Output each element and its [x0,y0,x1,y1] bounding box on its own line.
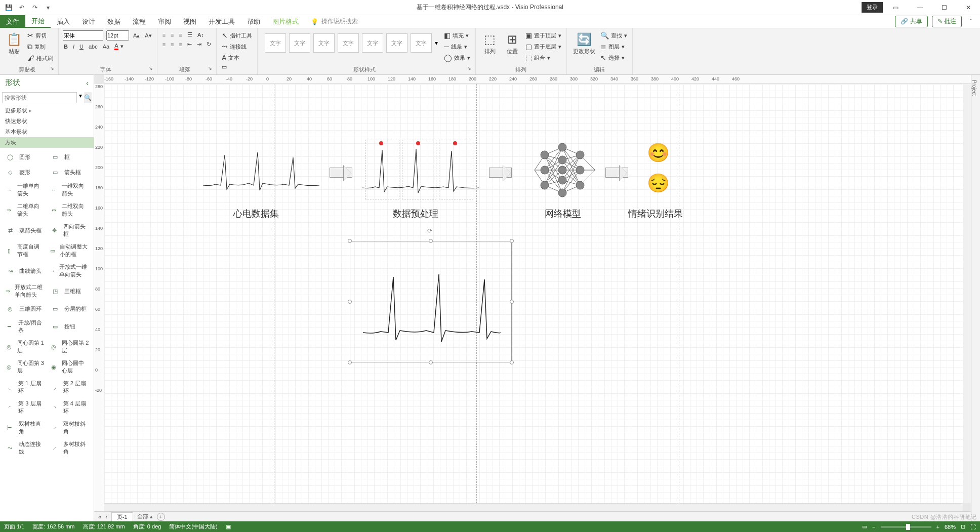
shape-stencil-item[interactable]: ◇菱形 [3,165,46,179]
ecg-preprocess-shape[interactable] [360,140,481,200]
zoom-out-icon[interactable]: − [872,524,875,530]
vertical-scrollbar[interactable] [963,84,971,503]
resize-handle[interactable] [348,300,352,304]
shape-stencil-item[interactable]: ▭箭头框 [48,165,91,179]
shapes-more[interactable]: 更多形状 ▸ [0,105,94,116]
bring-front-button[interactable]: ▣置于顶层 ▾ [524,30,562,40]
happy-emoji-shape[interactable]: 😊 [647,144,670,162]
shape-stencil-item[interactable]: →一维单向箭头 [3,180,46,199]
horizontal-scrollbar[interactable] [104,503,963,511]
shape-stencil-item[interactable]: ✥四向箭头框 [48,221,91,240]
page-tab-1[interactable]: 页-1 [111,512,133,521]
shape-stencil-item[interactable]: ▭按钮 [48,317,91,336]
login-button[interactable]: 登录 [862,2,883,13]
bold-button[interactable]: B [63,43,69,51]
arrow-1[interactable] [330,168,352,178]
macro-record-icon[interactable]: ▣ [226,523,231,530]
share-button[interactable]: 🔗 共享 [895,16,927,27]
resize-handle[interactable] [429,360,433,364]
fill-button[interactable]: ◧填充 ▾ [443,30,471,40]
zoom-in-icon[interactable]: + [936,524,940,530]
text-tool-button[interactable]: A文本 [221,53,240,63]
rotate-text-icon[interactable]: ↻ [206,40,212,49]
fit-page-icon[interactable]: ⊡ [961,523,965,530]
redo-icon[interactable]: ↷ [30,3,39,12]
text-direction-icon[interactable]: A↕ [196,31,205,39]
shape-stencil-item[interactable]: ⟋双树枝斜角 [48,418,91,437]
shape-stencil-item[interactable]: ◜第 3 层扇环 [3,398,46,417]
font-size-select[interactable] [106,30,129,40]
align-middle-icon[interactable]: ≡ [170,31,175,39]
shape-stencil-item[interactable]: ⊢双树枝直角 [3,418,46,437]
shape-stencil-item[interactable]: ◳三维框 [48,281,91,301]
dialog-launcher-icon[interactable]: ↘ [208,66,212,71]
shape-stencil-item[interactable]: →开放式一维单向箭头 [48,261,91,280]
shape-stencil-item[interactable]: ▭分层的框 [48,302,91,316]
shape-stencil-item[interactable]: ◯圆形 [3,150,46,164]
save-icon[interactable]: 💾 [4,3,13,12]
font-name-select[interactable] [63,30,103,40]
bullets-icon[interactable]: ☰ [186,30,193,39]
format-painter-button[interactable]: 🖌格式刷 [26,53,54,63]
dialog-launcher-icon[interactable]: ↘ [467,66,471,71]
shape-style-gallery[interactable]: 文字 文字 文字 文字 文字 文字 文字 ▾ [262,30,441,56]
shape-stencil-item[interactable]: ◉同心圆中心层 [48,357,91,377]
rectangle-tool-icon[interactable]: ▭ [221,63,253,71]
shapes-basic[interactable]: 基本形状 [0,127,94,137]
resize-handle[interactable] [510,239,514,243]
shape-stencil-item[interactable]: ⇒开放式二维单向箭头 [3,281,46,301]
shape-stencil-item[interactable]: ↝曲线箭头 [3,261,46,280]
neural-network-shape[interactable] [529,140,600,200]
collapse-ribbon-icon[interactable]: ˄ [966,18,976,25]
layers-button[interactable]: ≣图层 ▾ [599,42,628,52]
shape-stencil-item[interactable]: ━开放/闭合条 [3,317,46,336]
search-icon[interactable]: 🔍 [84,92,92,103]
resize-handle[interactable] [429,239,433,243]
align-bottom-icon[interactable]: ≡ [178,31,183,39]
connector-button[interactable]: ⤳连接线 [221,42,248,52]
nav-first-icon[interactable]: « [98,514,101,520]
shape-stencil-item[interactable]: ↔一维双向箭头 [48,180,91,199]
dialog-launcher-icon[interactable]: ↘ [50,66,54,71]
shape-stencil-item[interactable]: ▭自动调整大小的框 [48,241,91,260]
shape-stencil-item[interactable]: ⇔二维双向箭头 [48,200,91,220]
shape-stencil-item[interactable]: ◎同心圆第 2 层 [48,337,91,356]
select-button[interactable]: ↖选择 ▾ [599,53,628,63]
find-button[interactable]: 🔍查找 ▾ [599,30,628,40]
shapes-search-input[interactable] [2,92,77,103]
tab-picture-format[interactable]: 图片格式 [266,15,305,28]
font-color-button[interactable]: A▾ [113,42,124,51]
status-language[interactable]: 简体中文(中国大陆) [169,523,217,530]
pan-zoom-icon[interactable]: ⛶ [970,524,976,530]
align-right-icon[interactable]: ≡ [178,40,183,49]
style-preset[interactable]: 文字 [265,33,286,53]
shape-stencil-item[interactable]: ⇄双箭头框 [3,221,46,240]
rail-project[interactable]: Project [971,75,977,96]
ecg-dataset-shape[interactable] [200,140,322,200]
label-preprocess[interactable]: 数据预处理 [393,208,438,220]
increase-font-icon[interactable]: A▴ [132,31,141,40]
search-dropdown-icon[interactable]: ▾ [79,92,82,103]
tab-review[interactable]: 审阅 [152,15,177,28]
label-network[interactable]: 网络模型 [545,208,581,220]
chevron-left-icon[interactable]: ‹ [86,78,89,87]
label-result[interactable]: 情绪识别结果 [628,208,683,220]
resize-handle[interactable] [348,360,352,364]
presentation-mode-icon[interactable]: ▭ [862,523,867,530]
shapes-square-category[interactable]: 方块 [0,137,94,148]
arrow-2[interactable] [489,168,512,178]
tab-insert[interactable]: 插入 [51,15,76,28]
nav-prev-icon[interactable]: ‹ [105,514,107,520]
dialog-launcher-icon[interactable]: ↘ [149,66,153,71]
decrease-indent-icon[interactable]: ⇤ [186,40,193,49]
tab-design[interactable]: 设计 [76,15,101,28]
tab-process[interactable]: 流程 [127,15,152,28]
shape-stencil-item[interactable]: ⟋多树枝斜角 [48,438,91,458]
shape-stencil-item[interactable]: ◝第 4 层扇环 [48,398,91,417]
style-preset[interactable]: 文字 [338,33,359,53]
effects-button[interactable]: ◯效果 ▾ [443,53,471,63]
shape-stencil-item[interactable]: ▭框 [48,150,91,164]
gallery-more-icon[interactable]: ▾ [435,33,438,53]
add-page-button[interactable]: + [157,513,165,521]
paste-button[interactable]: 📋 粘贴 [4,30,24,57]
